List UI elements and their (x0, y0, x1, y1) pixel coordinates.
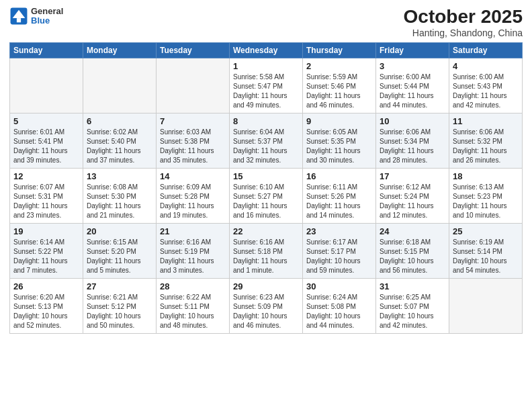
day-info: Sunrise: 6:03 AM Sunset: 5:38 PM Dayligh… (160, 128, 226, 165)
day-number: 10 (380, 116, 445, 126)
table-row: 5Sunrise: 6:01 AM Sunset: 5:41 PM Daylig… (10, 113, 83, 168)
table-row: 24Sunrise: 6:18 AM Sunset: 5:15 PM Dayli… (376, 223, 449, 278)
day-info: Sunrise: 6:12 AM Sunset: 5:24 PM Dayligh… (380, 183, 445, 220)
table-row: 23Sunrise: 6:17 AM Sunset: 5:17 PM Dayli… (303, 223, 376, 278)
day-number: 1 (233, 61, 299, 71)
col-sunday: Sunday (10, 42, 83, 58)
week-row-2: 5Sunrise: 6:01 AM Sunset: 5:41 PM Daylig… (10, 113, 523, 168)
day-info: Sunrise: 6:08 AM Sunset: 5:30 PM Dayligh… (87, 183, 152, 220)
table-row: 20Sunrise: 6:15 AM Sunset: 5:20 PM Dayli… (83, 223, 157, 278)
day-number: 26 (13, 281, 79, 291)
table-row: 16Sunrise: 6:11 AM Sunset: 5:26 PM Dayli… (303, 168, 376, 223)
day-info: Sunrise: 6:05 AM Sunset: 5:35 PM Dayligh… (306, 128, 372, 165)
day-info: Sunrise: 6:22 AM Sunset: 5:11 PM Dayligh… (160, 293, 226, 330)
table-row (157, 58, 230, 113)
table-row: 8Sunrise: 6:04 AM Sunset: 5:37 PM Daylig… (230, 113, 303, 168)
table-row (83, 58, 157, 113)
day-number: 22 (233, 226, 299, 236)
day-number: 9 (306, 116, 372, 126)
month-title: October 2025 (404, 7, 523, 28)
day-info: Sunrise: 6:06 AM Sunset: 5:34 PM Dayligh… (380, 128, 445, 165)
table-row: 10Sunrise: 6:06 AM Sunset: 5:34 PM Dayli… (376, 113, 449, 168)
table-row: 26Sunrise: 6:20 AM Sunset: 5:13 PM Dayli… (10, 278, 83, 333)
day-number: 13 (87, 171, 152, 181)
day-info: Sunrise: 6:24 AM Sunset: 5:08 PM Dayligh… (306, 293, 372, 330)
day-info: Sunrise: 6:00 AM Sunset: 5:43 PM Dayligh… (453, 73, 519, 110)
day-number: 5 (13, 116, 79, 126)
calendar-header-row: Sunday Monday Tuesday Wednesday Thursday… (10, 42, 523, 58)
table-row: 25Sunrise: 6:19 AM Sunset: 5:14 PM Dayli… (449, 223, 523, 278)
day-number: 2 (306, 61, 372, 71)
day-number: 31 (380, 281, 445, 291)
day-info: Sunrise: 5:58 AM Sunset: 5:47 PM Dayligh… (233, 73, 299, 110)
day-number: 8 (233, 116, 299, 126)
day-number: 15 (233, 171, 299, 181)
day-number: 25 (453, 226, 519, 236)
day-info: Sunrise: 6:11 AM Sunset: 5:26 PM Dayligh… (306, 183, 372, 220)
table-row: 3Sunrise: 6:00 AM Sunset: 5:44 PM Daylig… (376, 58, 449, 113)
table-row: 12Sunrise: 6:07 AM Sunset: 5:31 PM Dayli… (10, 168, 83, 223)
day-number: 16 (306, 171, 372, 181)
day-info: Sunrise: 6:17 AM Sunset: 5:17 PM Dayligh… (306, 238, 372, 275)
day-number: 17 (380, 171, 445, 181)
day-info: Sunrise: 5:59 AM Sunset: 5:46 PM Dayligh… (306, 73, 372, 110)
day-number: 19 (13, 226, 79, 236)
day-info: Sunrise: 6:25 AM Sunset: 5:07 PM Dayligh… (380, 293, 445, 330)
logo-text: General Blue (31, 7, 63, 26)
day-number: 18 (453, 171, 519, 181)
table-row: 13Sunrise: 6:08 AM Sunset: 5:30 PM Dayli… (83, 168, 157, 223)
table-row: 14Sunrise: 6:09 AM Sunset: 5:28 PM Dayli… (157, 168, 230, 223)
day-number: 12 (13, 171, 79, 181)
header: General Blue October 2025 Hanting, Shand… (9, 7, 523, 38)
table-row (10, 58, 83, 113)
table-row: 17Sunrise: 6:12 AM Sunset: 5:24 PM Dayli… (376, 168, 449, 223)
day-info: Sunrise: 6:02 AM Sunset: 5:40 PM Dayligh… (87, 128, 152, 165)
table-row: 2Sunrise: 5:59 AM Sunset: 5:46 PM Daylig… (303, 58, 376, 113)
table-row: 6Sunrise: 6:02 AM Sunset: 5:40 PM Daylig… (83, 113, 157, 168)
logo: General Blue (9, 7, 63, 26)
calendar-table: Sunday Monday Tuesday Wednesday Thursday… (9, 42, 523, 334)
logo-general: General (31, 7, 63, 16)
day-info: Sunrise: 6:09 AM Sunset: 5:28 PM Dayligh… (160, 183, 226, 220)
day-number: 24 (380, 226, 445, 236)
day-number: 29 (233, 281, 299, 291)
day-info: Sunrise: 6:06 AM Sunset: 5:32 PM Dayligh… (453, 128, 519, 165)
col-wednesday: Wednesday (230, 42, 303, 58)
day-number: 14 (160, 171, 226, 181)
day-info: Sunrise: 6:23 AM Sunset: 5:09 PM Dayligh… (233, 293, 299, 330)
table-row: 28Sunrise: 6:22 AM Sunset: 5:11 PM Dayli… (157, 278, 230, 333)
day-number: 21 (160, 226, 226, 236)
day-number: 7 (160, 116, 226, 126)
day-number: 4 (453, 61, 519, 71)
day-info: Sunrise: 6:07 AM Sunset: 5:31 PM Dayligh… (13, 183, 79, 220)
day-number: 23 (306, 226, 372, 236)
day-number: 11 (453, 116, 519, 126)
table-row: 7Sunrise: 6:03 AM Sunset: 5:38 PM Daylig… (157, 113, 230, 168)
table-row (449, 278, 523, 333)
table-row: 31Sunrise: 6:25 AM Sunset: 5:07 PM Dayli… (376, 278, 449, 333)
day-info: Sunrise: 6:19 AM Sunset: 5:14 PM Dayligh… (453, 238, 519, 275)
week-row-4: 19Sunrise: 6:14 AM Sunset: 5:22 PM Dayli… (10, 223, 523, 278)
day-info: Sunrise: 6:21 AM Sunset: 5:12 PM Dayligh… (87, 293, 152, 330)
week-row-1: 1Sunrise: 5:58 AM Sunset: 5:47 PM Daylig… (10, 58, 523, 113)
table-row: 11Sunrise: 6:06 AM Sunset: 5:32 PM Dayli… (449, 113, 523, 168)
table-row: 27Sunrise: 6:21 AM Sunset: 5:12 PM Dayli… (83, 278, 157, 333)
location-subtitle: Hanting, Shandong, China (404, 28, 523, 38)
day-info: Sunrise: 6:16 AM Sunset: 5:18 PM Dayligh… (233, 238, 299, 275)
day-info: Sunrise: 6:20 AM Sunset: 5:13 PM Dayligh… (13, 293, 79, 330)
day-info: Sunrise: 6:00 AM Sunset: 5:44 PM Dayligh… (380, 73, 445, 110)
table-row: 4Sunrise: 6:00 AM Sunset: 5:43 PM Daylig… (449, 58, 523, 113)
day-info: Sunrise: 6:18 AM Sunset: 5:15 PM Dayligh… (380, 238, 445, 275)
day-number: 30 (306, 281, 372, 291)
week-row-5: 26Sunrise: 6:20 AM Sunset: 5:13 PM Dayli… (10, 278, 523, 333)
week-row-3: 12Sunrise: 6:07 AM Sunset: 5:31 PM Dayli… (10, 168, 523, 223)
table-row: 1Sunrise: 5:58 AM Sunset: 5:47 PM Daylig… (230, 58, 303, 113)
day-info: Sunrise: 6:01 AM Sunset: 5:41 PM Dayligh… (13, 128, 79, 165)
page-container: General Blue October 2025 Hanting, Shand… (0, 0, 532, 411)
logo-icon (9, 7, 28, 26)
title-block: October 2025 Hanting, Shandong, China (404, 7, 523, 38)
col-monday: Monday (83, 42, 157, 58)
table-row: 18Sunrise: 6:13 AM Sunset: 5:23 PM Dayli… (449, 168, 523, 223)
table-row: 15Sunrise: 6:10 AM Sunset: 5:27 PM Dayli… (230, 168, 303, 223)
day-info: Sunrise: 6:13 AM Sunset: 5:23 PM Dayligh… (453, 183, 519, 220)
